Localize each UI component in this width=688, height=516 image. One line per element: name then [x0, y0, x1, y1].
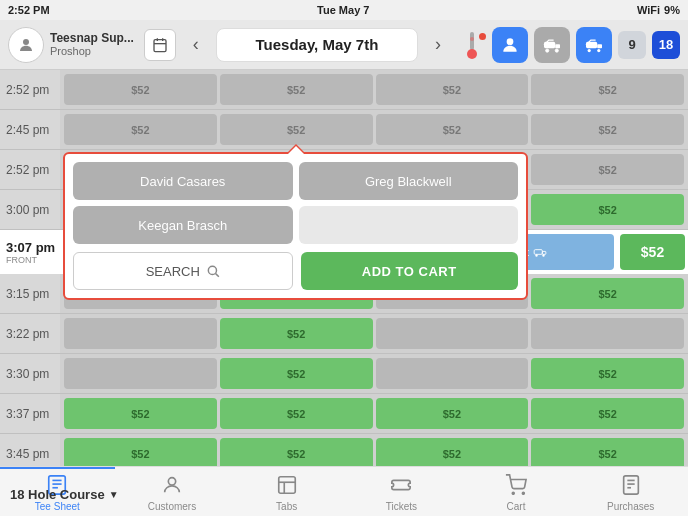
- time-label: 3:00 pm: [0, 190, 60, 229]
- golf-cart-gray-button[interactable]: [534, 27, 570, 63]
- slot-cell[interactable]: $52: [376, 398, 529, 429]
- price-cell[interactable]: $52: [620, 234, 685, 270]
- thermometer-area: [458, 31, 486, 59]
- player-option-4[interactable]: [299, 206, 519, 244]
- player-option-2[interactable]: Greg Blackwell: [299, 162, 519, 200]
- slot-cells: $52: [60, 314, 688, 353]
- slot-cell[interactable]: [376, 318, 529, 349]
- svg-point-7: [470, 37, 474, 41]
- add-to-cart-button[interactable]: ADD TO CART: [301, 252, 519, 290]
- player-option-1[interactable]: David Casares: [73, 162, 293, 200]
- golf-cart-blue-button[interactable]: [576, 27, 612, 63]
- profile-button[interactable]: [8, 27, 44, 63]
- slot-cells: $52 $52 $52 $52: [60, 70, 688, 109]
- slot-cells: $52 $52: [60, 354, 688, 393]
- svg-rect-26: [543, 251, 547, 254]
- slot-cell[interactable]: $52: [531, 438, 684, 466]
- svg-point-39: [512, 492, 514, 494]
- time-row-345: 3:45 pm $52 $52 $52 $52: [0, 434, 688, 466]
- svg-point-0: [23, 39, 29, 45]
- slot-cell[interactable]: $52: [220, 438, 373, 466]
- slot-cell[interactable]: $52: [531, 114, 684, 145]
- slot-cell[interactable]: $52: [220, 398, 373, 429]
- slot-cell[interactable]: $52: [531, 358, 684, 389]
- status-day: Tue May 7: [317, 4, 369, 16]
- badge-9[interactable]: 9: [618, 31, 646, 59]
- slot-cell[interactable]: $52: [531, 194, 684, 225]
- svg-point-15: [588, 49, 591, 52]
- slot-cell[interactable]: [64, 318, 217, 349]
- svg-point-29: [208, 266, 216, 274]
- tab-cart[interactable]: Cart: [459, 467, 574, 516]
- time-label: 3:22 pm: [0, 314, 60, 353]
- svg-point-12: [555, 49, 558, 52]
- battery-icon: 9%: [664, 4, 680, 16]
- svg-point-35: [168, 477, 175, 484]
- slot-cell[interactable]: $52: [531, 154, 684, 185]
- dropdown-actions: SEARCH ADD TO CART: [73, 252, 518, 290]
- slot-cell[interactable]: $52: [64, 114, 217, 145]
- tickets-icon: [390, 474, 412, 499]
- tab-customers[interactable]: Customers: [115, 467, 230, 516]
- prev-date-button[interactable]: ‹: [182, 31, 210, 59]
- player-name-grid: David Casares Greg Blackwell Keegan Bras…: [73, 162, 518, 244]
- badge-18[interactable]: 18: [652, 31, 680, 59]
- dropdown-triangle: [286, 144, 306, 154]
- top-nav: Teesnap Sup... Proshop ‹ Tuesday, May 7t…: [0, 20, 688, 70]
- course-label[interactable]: 18 Hole Course ▼: [10, 487, 119, 502]
- tab-tabs[interactable]: Tabs: [229, 467, 344, 516]
- tab-customers-label: Customers: [148, 501, 196, 512]
- svg-rect-36: [278, 476, 295, 493]
- slot-cell[interactable]: $52: [64, 438, 217, 466]
- date-display: Tuesday, May 7th: [216, 28, 418, 62]
- svg-point-6: [467, 49, 477, 59]
- time-row-330: 3:30 pm $52 $52: [0, 354, 688, 394]
- slot-cells: $52 $52 $52 $52: [60, 394, 688, 433]
- player-option-3[interactable]: Keegan Brasch: [73, 206, 293, 244]
- slot-cell[interactable]: $52: [376, 114, 529, 145]
- slot-cell[interactable]: $52: [220, 114, 373, 145]
- time-row-245: 2:45 pm $52 $52 $52 $52: [0, 110, 688, 150]
- time-row-322: 3:22 pm $52: [0, 314, 688, 354]
- tabs-icon: [276, 474, 298, 499]
- slot-cell[interactable]: $52: [64, 398, 217, 429]
- slot-cell[interactable]: $52: [220, 74, 373, 105]
- svg-point-27: [536, 254, 538, 256]
- slot-cell[interactable]: $52: [531, 74, 684, 105]
- slot-cell[interactable]: [531, 318, 684, 349]
- slot-cells: $52 $52 $52 $52: [60, 434, 688, 466]
- slot-cell[interactable]: $52: [376, 438, 529, 466]
- tab-tee-sheet-label: Tee Sheet: [35, 501, 80, 512]
- svg-rect-41: [623, 475, 638, 493]
- person-icon-button[interactable]: [492, 27, 528, 63]
- slot-cell[interactable]: $52: [531, 398, 684, 429]
- svg-point-16: [597, 49, 600, 52]
- next-date-button[interactable]: ›: [424, 31, 452, 59]
- status-time: 2:52 PM: [8, 4, 50, 16]
- cart-icon: [505, 474, 527, 499]
- time-label: 2:52 pm: [0, 70, 60, 109]
- slot-cell[interactable]: $52: [220, 318, 373, 349]
- svg-point-40: [522, 492, 524, 494]
- svg-point-11: [546, 49, 549, 52]
- search-button[interactable]: SEARCH: [73, 252, 293, 290]
- svg-rect-14: [597, 44, 602, 48]
- slot-cell[interactable]: $52: [64, 74, 217, 105]
- tab-tabs-label: Tabs: [276, 501, 297, 512]
- svg-rect-25: [534, 250, 542, 255]
- slot-cell[interactable]: $52: [531, 278, 684, 309]
- tab-purchases[interactable]: Purchases: [573, 467, 688, 516]
- wifi-icon: WiFi: [637, 4, 660, 16]
- time-label: 2:45 pm: [0, 110, 60, 149]
- calendar-button[interactable]: [144, 29, 176, 61]
- slot-cell[interactable]: $52: [220, 358, 373, 389]
- slot-cell[interactable]: [64, 358, 217, 389]
- time-label-307: 3:07 pm FRONT: [0, 230, 60, 274]
- time-row-252: 2:52 pm $52 $52 $52 $52: [0, 70, 688, 110]
- slot-cells: $52 $52 $52 $52: [60, 110, 688, 149]
- tab-purchases-label: Purchases: [607, 501, 654, 512]
- slot-cell[interactable]: $52: [376, 74, 529, 105]
- slot-cell[interactable]: [376, 358, 529, 389]
- tab-tickets[interactable]: Tickets: [344, 467, 459, 516]
- chevron-down-icon: ▼: [109, 489, 119, 500]
